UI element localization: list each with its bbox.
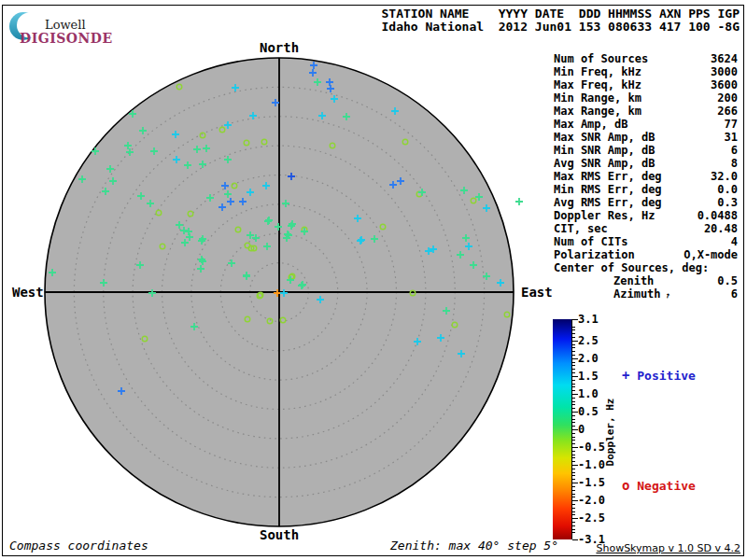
stat-label: Max Freq, kHz xyxy=(554,78,641,91)
colorbar-minor-tick xyxy=(572,440,575,441)
colorbar-minor-tick xyxy=(572,384,575,385)
stat-row: Azimuth↗6 xyxy=(554,287,738,301)
colorbar-minor-tick xyxy=(572,508,575,509)
stat-row: PolarizationO,X-mode xyxy=(554,248,738,261)
stat-label: Num of CITs xyxy=(554,235,627,248)
stat-value: O,X-mode xyxy=(684,248,738,261)
colorbar-minor-tick xyxy=(572,369,575,370)
colorbar-tick-label: -2.5 xyxy=(578,512,605,524)
stat-row: Min SNR Amp, dB6 xyxy=(554,144,738,157)
stat-row: Doppler Res, Hz0.0488 xyxy=(554,209,738,222)
colorbar-minor-tick xyxy=(572,390,575,391)
colorbar-minor-tick xyxy=(572,486,575,487)
showskymap-window: Lowell DIGISONDE STATION NAME YYYY DATE … xyxy=(0,0,747,560)
colorbar-minor-tick xyxy=(572,532,575,533)
stat-value: 77 xyxy=(725,118,738,131)
footer-version: ShowSkymap v 1.0 SD v 4.2 xyxy=(596,542,740,554)
stat-value: 0.5 xyxy=(717,274,738,287)
stat-value: 3600 xyxy=(711,78,738,91)
stat-value: 200 xyxy=(717,91,738,105)
colorbar-minor-tick xyxy=(572,355,575,356)
compass-label-west: West xyxy=(12,285,44,300)
stat-label: Max Amp, dB xyxy=(554,118,627,131)
colorbar-minor-tick xyxy=(572,433,575,434)
stat-label: Num of Sources xyxy=(554,52,648,65)
colorbar-tick-label: -0.5 xyxy=(578,441,605,453)
stat-row: Num of Sources3624 xyxy=(554,52,738,65)
stat-value: 8 xyxy=(731,157,738,170)
colorbar-minor-tick xyxy=(572,504,575,505)
stat-row: Max RMS Err, deg32.0 xyxy=(554,170,738,183)
colorbar-minor-tick xyxy=(572,401,575,402)
colorbar-minor-tick xyxy=(572,525,575,526)
colorbar-minor-tick xyxy=(572,347,575,348)
doppler-colorbar-gradient xyxy=(553,319,572,539)
stat-row: Avg RMS Err, deg0.3 xyxy=(554,196,738,209)
footer-zenith-note: Zenith: max 40° step 5° xyxy=(390,539,558,553)
legend-positive-label: Positive xyxy=(637,369,696,383)
stat-label: Min RMS Err, deg xyxy=(554,183,662,196)
colorbar-minor-tick xyxy=(572,351,575,352)
colorbar-minor-tick xyxy=(572,451,575,452)
stat-row: Max SNR Amp, dB31 xyxy=(554,131,738,144)
colorbar-minor-tick xyxy=(572,372,575,373)
stat-value: 0.0 xyxy=(717,183,738,196)
stat-label: Min Range, km xyxy=(554,91,641,105)
colorbar-minor-tick xyxy=(572,365,575,366)
colorbar-minor-tick xyxy=(572,333,575,334)
stat-row: Min Freq, kHz3000 xyxy=(554,65,738,78)
colorbar-tick-label: 3.1 xyxy=(578,314,599,325)
stat-value: 3000 xyxy=(711,65,738,78)
compass-label-north: North xyxy=(260,40,299,55)
colorbar-minor-tick xyxy=(572,514,575,515)
azimuth-arrow-icon: ↗ xyxy=(661,288,672,302)
colorbar-tick-label: -2.0 xyxy=(578,495,605,506)
colorbar-minor-tick xyxy=(572,362,575,363)
colorbar-minor-tick xyxy=(572,457,575,458)
stat-value: 4 xyxy=(731,235,738,248)
stat-label: Azimuth↗ xyxy=(613,287,669,301)
stat-label: Max SNR Amp, dB xyxy=(554,131,655,144)
stat-value: 6 xyxy=(731,287,738,301)
stats-panel: Num of Sources3624Min Freq, kHz3000Max F… xyxy=(554,52,738,301)
colorbar-minor-tick xyxy=(572,455,575,455)
stat-row: Max Range, km266 xyxy=(554,105,738,118)
stat-label: Avg SNR Amp, dB xyxy=(554,157,655,170)
stat-label: Min Freq, kHz xyxy=(554,65,641,78)
colorbar-minor-tick xyxy=(572,461,575,462)
stat-row: Min Range, km200 xyxy=(554,91,738,105)
legend-negative: o Negative xyxy=(622,478,696,493)
colorbar-tick-label: 1.0 xyxy=(578,388,599,399)
stat-value: 6 xyxy=(731,144,738,157)
legend-positive: + Positive xyxy=(622,368,696,383)
colorbar-minor-tick xyxy=(572,475,575,476)
colorbar-minor-tick xyxy=(572,479,575,480)
stat-value: 32.0 xyxy=(711,170,738,183)
stat-value: 0.0488 xyxy=(698,209,738,222)
colorbar-minor-tick xyxy=(572,344,575,345)
stat-row: Max Freq, kHz3600 xyxy=(554,78,738,91)
stat-row: Avg SNR Amp, dB8 xyxy=(554,157,738,170)
colorbar-minor-tick xyxy=(572,443,575,444)
colorbar-tick-label: 0.5 xyxy=(578,406,599,417)
stat-row: Zenith0.5 xyxy=(554,274,738,287)
colorbar-minor-tick xyxy=(572,469,575,469)
stat-label: Max Range, km xyxy=(554,105,641,118)
colorbar-minor-tick xyxy=(572,522,575,523)
colorbar-minor-tick xyxy=(572,408,575,409)
colorbar-minor-tick xyxy=(572,472,575,473)
colorbar-tick-label: 1.5 xyxy=(578,371,599,382)
colorbar-tick-label: 2.5 xyxy=(578,335,599,346)
colorbar-tick-label: 0 xyxy=(578,424,585,435)
stat-value: 266 xyxy=(717,105,738,118)
colorbar-minor-tick xyxy=(572,327,575,328)
compass-label-south: South xyxy=(260,527,299,542)
stat-value: 3624 xyxy=(711,52,738,65)
stat-value: 20.48 xyxy=(704,222,738,235)
colorbar-tick-label: -1.0 xyxy=(578,459,605,470)
colorbar-axis-label: Doppler, Hz xyxy=(604,399,616,467)
colorbar-minor-tick xyxy=(572,415,575,416)
colorbar-minor-tick xyxy=(572,329,575,330)
colorbar-tick-label: -1.5 xyxy=(578,477,605,488)
colorbar-minor-tick xyxy=(572,422,575,423)
